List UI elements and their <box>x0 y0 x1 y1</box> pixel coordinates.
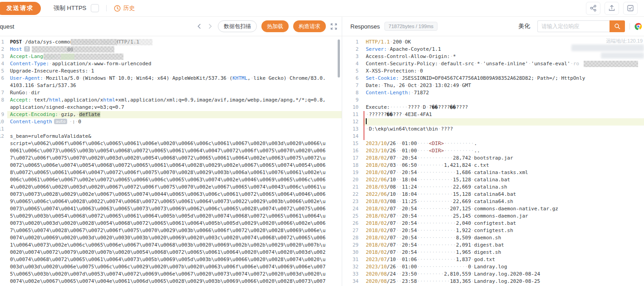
code-line[interactable]: 8Content-Length:·71872 <box>342 89 644 97</box>
line-number-gutter: 3 <box>0 53 7 60</box>
locate-response-input[interactable] <box>537 20 610 32</box>
code-line[interactable]: 302018/02/07··20:54·············1,965·di… <box>342 249 644 256</box>
code-line[interactable]: 12 <box>342 118 644 126</box>
scrollbar-thumb[interactable] <box>338 39 340 78</box>
code-line[interactable]: 3Access-Control-Allow-Origin:·* <box>342 53 644 60</box>
code-line[interactable]: 13·D:\ekp\win64\tomcat\bin·???? <box>342 126 644 133</box>
code-line[interactable]: 14 <box>342 133 644 140</box>
send-request-button[interactable]: 发送请求 <box>0 2 41 15</box>
code-line[interactable]: 10Execute:······????·D·?��????��???? <box>342 104 644 111</box>
code-line-text: 2018/02/07··20:54·············2,091·dige… <box>366 242 644 249</box>
code-line[interactable]: 332020/08/24··23:50·········2,810,559·La… <box>342 271 644 278</box>
force-https-label: 强制 HTTPS <box>54 4 86 12</box>
chrome-icon[interactable] <box>634 23 642 30</box>
beautify-button[interactable]: 美化 <box>516 20 533 32</box>
code-line-text: 2018/02/07··20:54·············1,965·dige… <box>366 249 644 256</box>
code-line[interactable]: 5X-XSS-Protection:·0 <box>342 68 644 75</box>
code-line[interactable]: 182018/02/03··06:50·········1,421,824·c.… <box>342 162 644 169</box>
prev-request-button[interactable] <box>196 23 202 29</box>
response-code-editor[interactable]: 1HTTP/1.1·200·OK2Server:·Apache-Coyote/1… <box>342 36 644 286</box>
code-line[interactable]: 7Date:·Thu,·26·Oct·2023·13:02:49·GMT <box>342 82 644 89</box>
line-number-gutter: 26 <box>342 220 362 227</box>
task-button[interactable] <box>623 2 638 15</box>
line-number-gutter: 4 <box>342 60 362 68</box>
code-line-text: 2018/02/07··20:54············25,145·comm… <box>366 213 644 220</box>
censor-blur <box>601 53 644 58</box>
censor-mosaic <box>71 39 117 45</box>
packet-scan-button[interactable]: 数据包扫描 <box>218 20 257 32</box>
code-line[interactable]: 9 <box>342 97 644 104</box>
export-button[interactable] <box>605 2 619 15</box>
censor-blur <box>571 44 644 51</box>
line-number-gutter: 6 <box>0 75 7 89</box>
code-line[interactable]: 192018/02/07··20:54·············1,686·ca… <box>342 169 644 176</box>
code-line[interactable]: 2Host?:·80 <box>0 46 342 53</box>
text-caret <box>366 118 367 124</box>
code-line[interactable]: 6Set-Cookie:·JSESSIONID=DF04567C47756A10… <box>342 75 644 82</box>
line-number-gutter: 34 <box>342 278 362 285</box>
code-line-text: 2018/02/07··20:54·············8,509·daem… <box>366 234 644 242</box>
force-https-checkbox[interactable] <box>91 4 99 12</box>
code-line[interactable]: 3Accept-Language:· <box>0 53 342 60</box>
code-line[interactable]: 202022/06/10··18:04············15,128·ca… <box>342 176 644 184</box>
code-line[interactable]: 1POST·/data/sys-common/treexml.tmpl·HTTP… <box>0 39 342 46</box>
code-line[interactable]: 212018/03/08··11:24············22,669·ca… <box>342 184 644 191</box>
code-line-text: 2023/07/10··01:06·············1,837·god.… <box>366 256 644 263</box>
code-line[interactable]: 262018/02/07··20:54·············2,040·co… <box>342 220 644 227</box>
code-line[interactable]: 252018/02/07··20:54············25,145·co… <box>342 213 644 220</box>
code-line[interactable]: 322023/10/26··01:00·················0·La… <box>342 263 644 271</box>
code-line-text: ·??????��???·4E3E-4FA1 <box>366 111 644 118</box>
code-line[interactable]: 9Accept-Encoding:·gzip,·deflate <box>0 111 342 118</box>
request-code-editor[interactable]: 1POST·/data/sys-common/treexml.tmpl·HTTP… <box>0 36 342 286</box>
code-line[interactable]: 162023/10/26··01:00····<DIR>··········.. <box>342 147 644 155</box>
hot-reload-button[interactable]: 热加载 <box>261 20 289 32</box>
line-number-gutter: 32 <box>342 263 362 271</box>
code-line[interactable]: 282018/02/07··20:54·············8,509·da… <box>342 234 644 242</box>
code-line[interactable]: 222022/06/10··18:04············15,128·ca… <box>342 191 644 198</box>
code-line-text: Host?:·80 <box>10 46 328 53</box>
code-line-text: RunGo:·dir <box>10 89 328 97</box>
code-line-text: Execute:······????·D·?��????��???? <box>366 104 644 111</box>
code-line[interactable]: 10Content-Lengthauto·:·0 <box>0 118 342 126</box>
code-line-text: Content-Length:·71872 <box>366 89 644 97</box>
code-line[interactable]: 7RunGo:·dir <box>0 89 342 97</box>
share-button[interactable] <box>586 2 600 15</box>
code-line[interactable]: 4Content-Security-Policy:·default-src·*·… <box>342 60 644 68</box>
code-line[interactable]: 232018/03/08··11:25············22,669·ca… <box>342 198 644 205</box>
code-line-text: 2018/02/03··06:50·········1,421,824·c.tx… <box>366 162 644 169</box>
code-line[interactable]: 312023/07/10··01:06·············1,837·go… <box>342 256 644 263</box>
response-panel: Responses 71872bytes / 199ms 美化 1HTTP/1.… <box>342 17 644 286</box>
line-number-gutter: 8 <box>342 89 362 97</box>
line-number-gutter: 22 <box>342 191 362 198</box>
tab-responses[interactable]: Responses <box>350 23 380 30</box>
next-request-button[interactable] <box>207 23 213 29</box>
code-line[interactable]: 272018/02/07··20:54·············1,922·co… <box>342 227 644 234</box>
code-line[interactable]: 4Content-Type:·application/x-www-form-ur… <box>0 60 342 68</box>
code-line-text: Content-Lengthauto·:·0 <box>10 118 328 126</box>
build-request-button[interactable]: 构造请求 <box>293 20 326 32</box>
line-number-gutter: 7 <box>0 89 7 97</box>
code-line[interactable]: 6User-Agent:·Mozilla/5.0·(Windows·NT·10.… <box>0 75 342 89</box>
code-line[interactable]: 172018/02/07··20:54············28,742·bo… <box>342 155 644 162</box>
search-button[interactable] <box>610 20 625 32</box>
expand-button[interactable] <box>330 23 337 30</box>
code-line[interactable]: 8Accept:·text/html,application/xhtml+xml… <box>0 97 342 111</box>
code-line-text: 2018/02/07··20:54·············1,922·conf… <box>366 227 644 234</box>
code-line[interactable]: 5Upgrade-Insecure-Requests:·1 <box>0 68 342 75</box>
code-line[interactable]: 12s_bean=ruleFormulaValidate&script=\u00… <box>0 133 342 286</box>
response-panel-header: Responses 71872bytes / 199ms 美化 <box>342 17 644 36</box>
line-number-gutter: 9 <box>0 111 7 118</box>
code-line-text <box>366 118 644 126</box>
code-line[interactable]: 242018/02/07··20:54···········207,125·co… <box>342 205 644 213</box>
code-line[interactable]: 152023/10/26··01:00····<DIR>··········. <box>342 140 644 147</box>
code-line[interactable]: 11·??????��???·4E3E-4FA1 <box>342 111 644 118</box>
code-line[interactable]: 342020/08/25··23:58···········183,365·La… <box>342 278 644 285</box>
line-number-gutter: 27 <box>342 227 362 234</box>
history-button[interactable]: 历史 <box>114 4 135 12</box>
line-number-gutter: 2 <box>0 46 7 53</box>
code-line[interactable]: 292018/02/07··20:54·············2,091·di… <box>342 242 644 249</box>
code-line[interactable]: 11 <box>0 126 342 133</box>
line-number-gutter: 11 <box>0 126 7 133</box>
code-line-text: 2018/02/07··20:54·············1,686·cata… <box>366 169 644 176</box>
line-number-gutter: 23 <box>342 198 362 205</box>
